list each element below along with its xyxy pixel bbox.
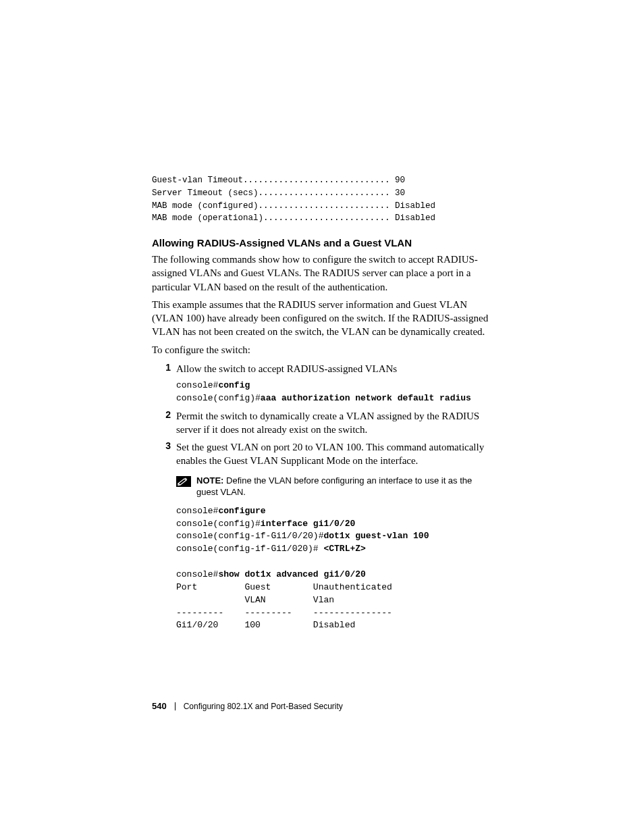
page-number: 540 xyxy=(152,701,167,711)
command: <CTRL+Z> xyxy=(323,544,365,554)
pencil-note-icon xyxy=(176,476,191,487)
list-number: 1 xyxy=(152,362,176,375)
page-footer: 540 Configuring 802.1X and Port-Based Se… xyxy=(152,701,343,711)
command: config xyxy=(218,380,250,390)
footer-separator xyxy=(175,702,176,710)
output-line: VLAN Vlan xyxy=(176,595,334,605)
prompt: console# xyxy=(176,380,218,390)
section-heading: Allowing RADIUS-Assigned VLANs and a Gue… xyxy=(152,237,492,249)
command: aaa authorization network default radius xyxy=(261,393,471,403)
command: interface gi1/0/20 xyxy=(261,519,355,529)
paragraph-2: This example assumes that the RADIUS ser… xyxy=(152,298,492,339)
list-text: Permit the switch to dynamically create … xyxy=(176,409,492,437)
list-text: Set the guest VLAN on port 20 to VLAN 10… xyxy=(176,440,492,468)
prompt: console(config)# xyxy=(176,393,261,403)
list-item: 3 Set the guest VLAN on port 20 to VLAN … xyxy=(152,440,492,468)
list-number: 2 xyxy=(152,409,176,437)
ordered-list: 1 Allow the switch to accept RADIUS-assi… xyxy=(152,362,492,632)
output-line: --------- --------- --------------- xyxy=(176,608,392,618)
prompt: console# xyxy=(176,506,218,516)
output-line: Port Guest Unauthenticated xyxy=(176,582,392,592)
note-label: NOTE: xyxy=(196,475,223,486)
prompt: console(config-if-Gi1/0/20)# xyxy=(176,531,323,541)
paragraph-1: The following commands show how to confi… xyxy=(152,253,492,294)
list-text: Allow the switch to accept RADIUS-assign… xyxy=(176,362,492,375)
output-line: Gi1/0/20 100 Disabled xyxy=(176,620,355,630)
command: show dot1x advanced gi1/0/20 xyxy=(218,569,365,579)
prompt: console(config-if-Gi1/020)# xyxy=(176,544,323,554)
note-callout: NOTE: Define the VLAN before configuring… xyxy=(176,475,492,498)
pre-output-block: Guest-vlan Timeout......................… xyxy=(152,174,492,225)
paragraph-3: To configure the switch: xyxy=(152,343,492,357)
prompt: console(config)# xyxy=(176,519,261,529)
code-block-2: console#configure console(config)#interf… xyxy=(176,505,492,632)
command: dot1x guest-vlan 100 xyxy=(323,531,429,541)
code-block-1: console#config console(config)#aaa autho… xyxy=(176,380,492,405)
note-text: NOTE: Define the VLAN before configuring… xyxy=(196,475,492,498)
chapter-title: Configuring 802.1X and Port-Based Securi… xyxy=(184,702,343,711)
note-body: Define the VLAN before configuring an in… xyxy=(196,475,472,498)
list-number: 3 xyxy=(152,440,176,468)
list-item: 1 Allow the switch to accept RADIUS-assi… xyxy=(152,362,492,375)
command: configure xyxy=(218,506,265,516)
prompt: console# xyxy=(176,569,218,579)
list-item: 2 Permit the switch to dynamically creat… xyxy=(152,409,492,437)
